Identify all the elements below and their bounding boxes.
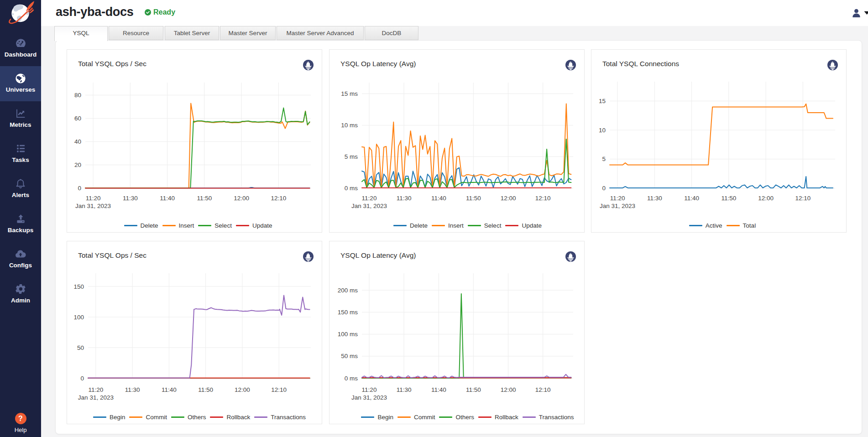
svg-text:15: 15 (599, 98, 606, 104)
svg-text:0: 0 (80, 375, 84, 382)
svg-text:150: 150 (73, 283, 84, 290)
svg-text:11:20: 11:20 (362, 195, 377, 202)
svg-text:0: 0 (602, 185, 606, 192)
svg-text:Jan 31, 2023: Jan 31, 2023 (600, 203, 635, 209)
svg-text:11:40: 11:40 (162, 386, 177, 393)
svg-text:11:50: 11:50 (466, 386, 481, 393)
svg-text:20: 20 (74, 161, 81, 168)
svg-text:11:30: 11:30 (123, 195, 138, 202)
svg-text:11:40: 11:40 (684, 195, 699, 202)
svg-text:12:00: 12:00 (234, 195, 249, 202)
svg-text:12:10: 12:10 (795, 195, 810, 202)
svg-text:10: 10 (599, 127, 606, 134)
svg-text:50: 50 (77, 344, 84, 351)
svg-text:11:50: 11:50 (198, 386, 213, 393)
svg-text:Jan 31, 2023: Jan 31, 2023 (78, 394, 114, 401)
svg-text:12:00: 12:00 (501, 386, 516, 393)
svg-text:11:20: 11:20 (362, 386, 377, 393)
svg-text:5 ms: 5 ms (345, 153, 358, 160)
svg-text:11:30: 11:30 (647, 195, 662, 202)
svg-text:0 ms: 0 ms (345, 185, 358, 192)
svg-text:11:50: 11:50 (721, 195, 736, 202)
svg-text:11:30: 11:30 (125, 386, 140, 393)
svg-text:Jan 31, 2023: Jan 31, 2023 (75, 203, 111, 209)
svg-text:0: 0 (78, 185, 81, 192)
svg-text:100: 100 (73, 314, 84, 321)
svg-text:12:10: 12:10 (535, 195, 551, 202)
svg-text:150 ms: 150 ms (338, 309, 358, 316)
svg-text:15 ms: 15 ms (341, 90, 358, 97)
svg-text:11:30: 11:30 (397, 386, 412, 393)
svg-text:11:40: 11:40 (431, 195, 446, 202)
svg-text:Jan 31, 2023: Jan 31, 2023 (351, 394, 387, 401)
svg-text:11:20: 11:20 (610, 195, 625, 202)
svg-text:11:30: 11:30 (397, 195, 412, 202)
svg-text:40: 40 (74, 138, 81, 145)
svg-text:11:40: 11:40 (431, 386, 446, 393)
svg-text:11:20: 11:20 (86, 195, 101, 202)
svg-text:200 ms: 200 ms (338, 287, 358, 294)
svg-text:0 ms: 0 ms (345, 375, 358, 382)
svg-text:12:00: 12:00 (235, 386, 250, 393)
svg-text:12:00: 12:00 (758, 195, 774, 202)
svg-text:80: 80 (74, 92, 81, 99)
svg-text:10 ms: 10 ms (341, 122, 358, 129)
svg-text:100 ms: 100 ms (338, 331, 358, 338)
svg-text:12:00: 12:00 (501, 195, 516, 202)
svg-text:12:10: 12:10 (271, 386, 287, 393)
svg-text:50 ms: 50 ms (341, 353, 358, 359)
svg-text:60: 60 (74, 115, 81, 122)
svg-text:12:10: 12:10 (271, 195, 286, 202)
svg-text:11:40: 11:40 (160, 195, 175, 202)
svg-text:Jan 31, 2023: Jan 31, 2023 (351, 203, 387, 209)
svg-text:12:10: 12:10 (535, 386, 551, 393)
svg-text:5: 5 (602, 156, 606, 162)
svg-text:11:50: 11:50 (197, 195, 212, 202)
svg-text:11:20: 11:20 (89, 386, 104, 393)
svg-text:11:50: 11:50 (466, 195, 481, 202)
